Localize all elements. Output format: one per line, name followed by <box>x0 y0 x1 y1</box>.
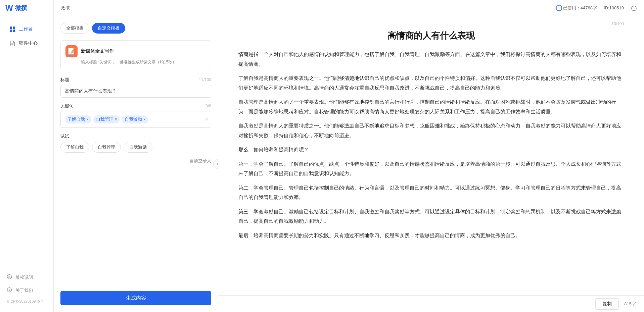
svg-rect-3 <box>13 27 15 29</box>
article-para-2: 了解自我是高情商人的重要表现之一。他们能够清楚地认识自己的优点和缺点，以及自己的… <box>238 73 624 93</box>
template-card[interactable]: 📝 新媒体全文写作 输入标题+关键词，一键准确生成所需文章（约15秒） <box>60 40 211 70</box>
svg-rect-4 <box>10 30 12 32</box>
keyword-remove-1[interactable]: × <box>86 117 89 122</box>
try-buttons: 了解自我 自我管理 自我激励 <box>60 142 211 153</box>
article-para-3: 自我管理是高情商人的另一个重要表现。他们能够有效地控制自己的言行和行为，控制自己… <box>238 97 624 116</box>
main-content: 全部模板 自定义模板 📝 新媒体全文写作 输入标题+关键词，一键准确生成所需文章… <box>54 16 644 312</box>
article-para-8: 第三，学会激励自己。激励自己包括设定目标和计划、自我激励和自我奖励等方式。可以通… <box>238 207 624 226</box>
clear-input-btn[interactable]: 自清空录入 <box>189 158 211 164</box>
word-count: 815字 <box>624 301 636 307</box>
article-area: 10/100 高情商的人有什么表现 情商是指一个人对自己和他人的感情的认知和管理… <box>218 16 644 295</box>
try-btn-1[interactable]: 了解自我 <box>60 142 89 153</box>
info-circle-icon <box>7 287 12 294</box>
chevron-left-icon <box>216 162 218 166</box>
keyword-tag-1: 了解自我 × <box>65 115 91 123</box>
title-counter: 11/100 <box>199 77 211 82</box>
keyword-tag-2: 自我管理 × <box>93 115 120 123</box>
right-panel: 10/100 高情商的人有什么表现 情商是指一个人对自己和他人的感情的认知和管理… <box>218 16 644 312</box>
keyword-remove-2[interactable]: × <box>115 117 117 122</box>
try-btn-3[interactable]: 自我激励 <box>124 142 152 153</box>
keyword-text-1: 了解自我 <box>67 116 85 122</box>
template-desc: 输入标题+关键词，一键准确生成所需文章（约15秒） <box>81 59 206 65</box>
article-para-1: 情商是指一个人对自己和他人的感情的认知和管理能力，包括了解自我、自我管理、自我激… <box>238 50 624 69</box>
header-app-name: 微撰 <box>60 5 70 11</box>
keywords-box[interactable]: 了解自我 × 自我管理 × 自我激励 × × <box>60 111 211 128</box>
logo-w: W <box>5 3 13 13</box>
clear-input-row: 自清空录入 <box>60 158 211 164</box>
svg-rect-2 <box>10 27 12 29</box>
info-icon: i <box>556 5 562 11</box>
keyword-text-2: 自我管理 <box>96 116 113 122</box>
keywords-section: 关键词 3/6 了解自我 × 自我管理 × 自我激励 × × <box>60 103 211 128</box>
keyword-text-3: 自我激励 <box>125 116 142 122</box>
keywords-clear-icon[interactable]: × <box>205 116 208 122</box>
sidebar-item-manuscripts[interactable]: 稿件中心 <box>3 37 51 50</box>
sidebar-copyright[interactable]: © 版权说明 <box>3 271 51 283</box>
keywords-counter: 3/6 <box>205 104 211 108</box>
article-bottom-bar: 复制 815字 <box>218 295 644 312</box>
svg-point-11 <box>9 289 10 290</box>
tab-all-templates[interactable]: 全部模板 <box>60 23 89 34</box>
sidebar-bottom: © 版权说明 关于我们 ©ICP备2022016946号 <box>0 271 53 305</box>
template-icon: 📝 <box>65 45 78 57</box>
article-para-4: 自我激励是高情商人的重要特质之一。他们能够激励自己不断地追求目标和梦想，克服困难… <box>238 121 624 140</box>
header: 微撰 i 已使用：44768字 ID:100519 <box>54 0 644 16</box>
id-text: ID:100519 <box>604 5 624 10</box>
logo: W 微撰 <box>5 3 27 13</box>
tab-custom-templates[interactable]: 自定义模板 <box>92 23 125 34</box>
try-section: 试试 了解自我 自我管理 自我激励 <box>60 133 211 153</box>
sidebar-about[interactable]: 关于我们 <box>3 284 51 296</box>
template-title: 新媒体全文写作 <box>81 48 114 54</box>
keywords-label-row: 关键词 3/6 <box>60 103 211 109</box>
sidebar-bottom-items: © 版权说明 关于我们 ©ICP备2022016946号 <box>0 271 53 305</box>
try-btn-2[interactable]: 自我管理 <box>92 142 121 153</box>
try-label: 试试 <box>60 133 211 139</box>
title-input[interactable] <box>60 85 211 98</box>
copy-btn[interactable]: 复制 <box>595 298 619 310</box>
article-para-6: 第一，学会了解自己。了解自己的优点、缺点、个性特质和偏好，以及自己的情感状态和情… <box>238 159 624 178</box>
copyright-icon: © <box>7 274 12 280</box>
svg-text:©: © <box>8 276 10 279</box>
keyword-tag-3: 自我激励 × <box>122 115 148 123</box>
about-label: 关于我们 <box>15 288 33 294</box>
template-emoji: 📝 <box>68 48 75 55</box>
svg-text:i: i <box>559 6 560 10</box>
sidebar-item-dashboard[interactable]: 工作台 <box>3 23 51 36</box>
svg-rect-5 <box>13 30 15 32</box>
article-title: 高情商的人有什么表现 <box>238 30 624 42</box>
article-para-7: 第二，学会管理自己。管理自己包括控制自己的情绪、行为和言语，以及管理自己的时间和… <box>238 183 624 202</box>
template-tabs: 全部模板 自定义模板 <box>60 23 211 34</box>
keywords-label: 关键词 <box>60 103 74 109</box>
logo-text: 微撰 <box>15 4 27 12</box>
generate-btn[interactable]: 生成内容 <box>60 291 211 305</box>
dashboard-icon <box>9 26 15 32</box>
usage-text: 已使用：44768字 <box>563 5 597 11</box>
page-count: 10/100 <box>611 21 624 26</box>
sidebar-nav: 工作台 稿件中心 <box>0 23 53 50</box>
left-panel-spacer <box>60 169 211 291</box>
sidebar-label-manuscripts: 稿件中心 <box>19 40 38 46</box>
header-usage: i 已使用：44768字 <box>556 5 597 11</box>
title-label: 标题 <box>60 77 69 83</box>
keyword-remove-3[interactable]: × <box>143 117 146 122</box>
header-right: i 已使用：44768字 ID:100519 <box>556 5 637 11</box>
title-section: 标题 11/100 <box>60 77 211 98</box>
template-card-header: 📝 新媒体全文写作 <box>65 45 206 57</box>
article-body: 情商是指一个人对自己和他人的感情的认知和管理能力，包括了解自我、自我管理、自我激… <box>238 50 624 240</box>
document-icon <box>9 40 15 46</box>
sidebar-label-dashboard: 工作台 <box>19 26 33 32</box>
article-para-5: 那么，如何培养和提高情商呢？ <box>238 145 624 155</box>
sidebar: 工作台 稿件中心 © 版 <box>0 16 54 312</box>
title-label-row: 标题 11/100 <box>60 77 211 83</box>
left-panel: 全部模板 自定义模板 📝 新媒体全文写作 输入标题+关键词，一键准确生成所需文章… <box>54 16 218 312</box>
icp-text: ©ICP备2022016946号 <box>3 298 51 305</box>
power-icon[interactable] <box>631 5 637 11</box>
copyright-label: 版权说明 <box>15 274 33 280</box>
logo-area: W 微撰 <box>0 0 54 16</box>
article-para-9: 最后，培养高情商需要长期的努力和实践。只有通过不断地学习、反思和实践，才能够提高… <box>238 231 624 241</box>
collapse-arrow[interactable] <box>213 159 218 169</box>
